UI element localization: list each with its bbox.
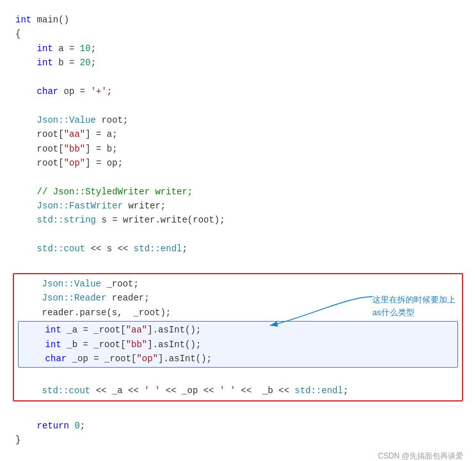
line-char-op: char op = '+';	[13, 84, 463, 98]
line-root-op: root["op"] = op;	[13, 156, 463, 170]
line-empty2	[13, 98, 463, 113]
highlight-box: 这里在拆的时候要加上 as什么类型 Json::Value _root; Jso…	[13, 273, 463, 402]
line-empty1	[13, 70, 463, 84]
line-empty4	[13, 228, 463, 242]
line-close-brace: }	[13, 433, 463, 447]
line-json-value-root: Json::Value root;	[13, 113, 463, 127]
inner-blue-box: int _a = _root["aa"].asInt(); int _b = _…	[18, 321, 458, 368]
line-cout-result: std::cout << _a << ' ' << _op << ' ' << …	[18, 384, 458, 398]
line-empty5	[13, 256, 463, 270]
line-fast-writer: Json::FastWriter writer;	[13, 199, 463, 213]
line-int-ub: int _b = _root["bb"].asInt();	[21, 338, 455, 352]
line-int-b: int b = 20;	[13, 56, 463, 70]
line-empty6	[13, 404, 463, 418]
line-json-value-uroot: Json::Value _root;	[18, 277, 458, 291]
line-return: return 0;	[13, 419, 463, 433]
line-root-bb: root["bb"] = b;	[13, 142, 463, 156]
line-string-s: std::string s = writer.write(root);	[13, 213, 463, 227]
annotation-text: 这里在拆的时候要加上 as什么类型	[372, 293, 456, 318]
code-block: int main() { int a = 10; int b = 20; cha…	[13, 10, 463, 449]
line-empty3	[13, 170, 463, 184]
watermark: CSDN @先搞面包再谈爱	[377, 450, 463, 461]
line-cout-s: std::cout << s << std::endl;	[13, 242, 463, 256]
line-char-uop: char _op = _root["op"].asInt();	[21, 352, 455, 366]
line-int-a: int a = 10;	[13, 42, 463, 56]
line-empty-in-box	[18, 369, 458, 383]
line-open-brace: {	[13, 27, 463, 41]
line-main: int main()	[13, 13, 463, 27]
line-root-aa: root["aa"] = a;	[13, 127, 463, 141]
line-comment-styled: // Json::StyledWriter writer;	[13, 185, 463, 199]
line-int-ua: int _a = _root["aa"].asInt();	[21, 323, 455, 337]
